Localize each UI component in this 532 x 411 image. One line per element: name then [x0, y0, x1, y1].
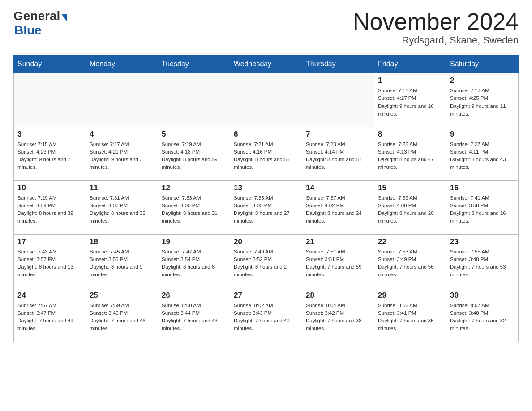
table-row: 9Sunrise: 7:27 AM Sunset: 4:11 PM Daylig…	[446, 127, 519, 180]
table-row: 25Sunrise: 7:59 AM Sunset: 3:46 PM Dayli…	[86, 288, 158, 342]
day-number: 14	[306, 184, 370, 193]
day-info: Sunrise: 7:33 AM Sunset: 4:05 PM Dayligh…	[162, 194, 226, 225]
day-info: Sunrise: 7:13 AM Sunset: 4:25 PM Dayligh…	[450, 87, 515, 118]
day-info: Sunrise: 7:41 AM Sunset: 3:58 PM Dayligh…	[450, 194, 515, 225]
day-info: Sunrise: 8:06 AM Sunset: 3:41 PM Dayligh…	[378, 302, 442, 333]
day-number: 3	[17, 130, 82, 139]
day-info: Sunrise: 7:29 AM Sunset: 4:09 PM Dayligh…	[17, 194, 82, 225]
day-info: Sunrise: 7:37 AM Sunset: 4:02 PM Dayligh…	[306, 194, 370, 225]
day-info: Sunrise: 8:02 AM Sunset: 3:43 PM Dayligh…	[234, 302, 298, 333]
day-info: Sunrise: 7:21 AM Sunset: 4:16 PM Dayligh…	[234, 141, 298, 171]
table-row: 30Sunrise: 8:07 AM Sunset: 3:40 PM Dayli…	[446, 288, 519, 342]
day-info: Sunrise: 7:57 AM Sunset: 3:47 PM Dayligh…	[17, 302, 82, 333]
day-info: Sunrise: 7:53 AM Sunset: 3:49 PM Dayligh…	[378, 248, 442, 279]
day-number: 13	[234, 184, 298, 193]
table-row: 23Sunrise: 7:55 AM Sunset: 3:48 PM Dayli…	[446, 234, 519, 288]
table-row	[302, 73, 374, 127]
table-row	[86, 73, 158, 127]
day-info: Sunrise: 7:11 AM Sunset: 4:27 PM Dayligh…	[378, 87, 442, 118]
table-row: 10Sunrise: 7:29 AM Sunset: 4:09 PM Dayli…	[14, 180, 86, 234]
day-info: Sunrise: 7:23 AM Sunset: 4:14 PM Dayligh…	[306, 141, 370, 171]
table-row	[14, 73, 86, 127]
day-info: Sunrise: 7:59 AM Sunset: 3:46 PM Dayligh…	[90, 302, 154, 333]
day-number: 24	[17, 291, 82, 300]
day-number: 20	[234, 237, 298, 246]
table-row: 24Sunrise: 7:57 AM Sunset: 3:47 PM Dayli…	[14, 288, 86, 342]
day-number: 21	[306, 237, 370, 246]
calendar-table: SundayMondayTuesdayWednesdayThursdayFrid…	[13, 55, 519, 342]
calendar-day-header: Wednesday	[230, 56, 302, 73]
table-row: 22Sunrise: 7:53 AM Sunset: 3:49 PM Dayli…	[374, 234, 446, 288]
table-row: 11Sunrise: 7:31 AM Sunset: 4:07 PM Dayli…	[86, 180, 158, 234]
day-number: 22	[378, 237, 442, 246]
table-row: 5Sunrise: 7:19 AM Sunset: 4:18 PM Daylig…	[158, 127, 230, 180]
day-info: Sunrise: 7:25 AM Sunset: 4:13 PM Dayligh…	[378, 141, 442, 171]
logo-arrow-icon	[61, 14, 67, 22]
logo-blue-text: Blue	[14, 23, 42, 37]
day-number: 7	[306, 130, 370, 139]
table-row: 21Sunrise: 7:51 AM Sunset: 3:51 PM Dayli…	[302, 234, 374, 288]
table-row: 7Sunrise: 7:23 AM Sunset: 4:14 PM Daylig…	[302, 127, 374, 180]
table-row: 27Sunrise: 8:02 AM Sunset: 3:43 PM Dayli…	[230, 288, 302, 342]
day-info: Sunrise: 7:39 AM Sunset: 4:00 PM Dayligh…	[378, 194, 442, 225]
day-number: 9	[450, 130, 515, 139]
day-number: 10	[17, 184, 82, 193]
table-row: 15Sunrise: 7:39 AM Sunset: 4:00 PM Dayli…	[374, 180, 446, 234]
table-row	[230, 73, 302, 127]
day-info: Sunrise: 7:55 AM Sunset: 3:48 PM Dayligh…	[450, 248, 515, 279]
table-row: 2Sunrise: 7:13 AM Sunset: 4:25 PM Daylig…	[446, 73, 519, 127]
calendar-day-header: Tuesday	[158, 56, 230, 73]
day-number: 16	[450, 184, 515, 193]
day-number: 23	[450, 237, 515, 246]
table-row: 17Sunrise: 7:43 AM Sunset: 3:57 PM Dayli…	[14, 234, 86, 288]
day-number: 2	[450, 76, 515, 85]
calendar-day-header: Saturday	[446, 56, 519, 73]
day-info: Sunrise: 7:35 AM Sunset: 4:03 PM Dayligh…	[234, 194, 298, 225]
day-number: 4	[90, 130, 154, 139]
table-row: 16Sunrise: 7:41 AM Sunset: 3:58 PM Dayli…	[446, 180, 519, 234]
calendar-header-row: SundayMondayTuesdayWednesdayThursdayFrid…	[14, 56, 519, 73]
day-info: Sunrise: 7:15 AM Sunset: 4:23 PM Dayligh…	[17, 141, 82, 171]
day-number: 30	[450, 291, 515, 300]
table-row: 18Sunrise: 7:45 AM Sunset: 3:55 PM Dayli…	[86, 234, 158, 288]
table-row: 3Sunrise: 7:15 AM Sunset: 4:23 PM Daylig…	[14, 127, 86, 180]
day-number: 12	[162, 184, 226, 193]
day-info: Sunrise: 7:43 AM Sunset: 3:57 PM Dayligh…	[17, 248, 82, 279]
month-title: November 2024	[353, 9, 519, 34]
calendar-day-header: Sunday	[14, 56, 86, 73]
table-row	[158, 73, 230, 127]
page-header: General Blue November 2024 Rydsgard, Ska…	[13, 9, 519, 46]
table-row: 19Sunrise: 7:47 AM Sunset: 3:54 PM Dayli…	[158, 234, 230, 288]
day-number: 19	[162, 237, 226, 246]
day-number: 25	[90, 291, 154, 300]
day-info: Sunrise: 8:04 AM Sunset: 3:42 PM Dayligh…	[306, 302, 370, 333]
day-number: 18	[90, 237, 154, 246]
day-info: Sunrise: 7:19 AM Sunset: 4:18 PM Dayligh…	[162, 141, 226, 171]
day-info: Sunrise: 7:17 AM Sunset: 4:21 PM Dayligh…	[90, 141, 154, 171]
table-row: 8Sunrise: 7:25 AM Sunset: 4:13 PM Daylig…	[374, 127, 446, 180]
calendar-week-row: 10Sunrise: 7:29 AM Sunset: 4:09 PM Dayli…	[14, 180, 519, 234]
day-info: Sunrise: 8:00 AM Sunset: 3:44 PM Dayligh…	[162, 302, 226, 333]
logo: General Blue	[13, 9, 67, 38]
table-row: 26Sunrise: 8:00 AM Sunset: 3:44 PM Dayli…	[158, 288, 230, 342]
table-row: 14Sunrise: 7:37 AM Sunset: 4:02 PM Dayli…	[302, 180, 374, 234]
table-row: 13Sunrise: 7:35 AM Sunset: 4:03 PM Dayli…	[230, 180, 302, 234]
day-number: 29	[378, 291, 442, 300]
day-number: 8	[378, 130, 442, 139]
day-info: Sunrise: 7:51 AM Sunset: 3:51 PM Dayligh…	[306, 248, 370, 279]
location-title: Rydsgard, Skane, Sweden	[353, 34, 519, 46]
calendar-day-header: Monday	[86, 56, 158, 73]
day-number: 1	[378, 76, 442, 85]
day-number: 17	[17, 237, 82, 246]
table-row: 20Sunrise: 7:49 AM Sunset: 3:52 PM Dayli…	[230, 234, 302, 288]
title-section: November 2024 Rydsgard, Skane, Sweden	[353, 9, 519, 46]
day-info: Sunrise: 7:31 AM Sunset: 4:07 PM Dayligh…	[90, 194, 154, 225]
day-number: 5	[162, 130, 226, 139]
logo-general-text: General	[13, 9, 60, 23]
table-row: 1Sunrise: 7:11 AM Sunset: 4:27 PM Daylig…	[374, 73, 446, 127]
calendar-week-row: 17Sunrise: 7:43 AM Sunset: 3:57 PM Dayli…	[14, 234, 519, 288]
table-row: 29Sunrise: 8:06 AM Sunset: 3:41 PM Dayli…	[374, 288, 446, 342]
day-number: 27	[234, 291, 298, 300]
day-number: 11	[90, 184, 154, 193]
day-number: 26	[162, 291, 226, 300]
